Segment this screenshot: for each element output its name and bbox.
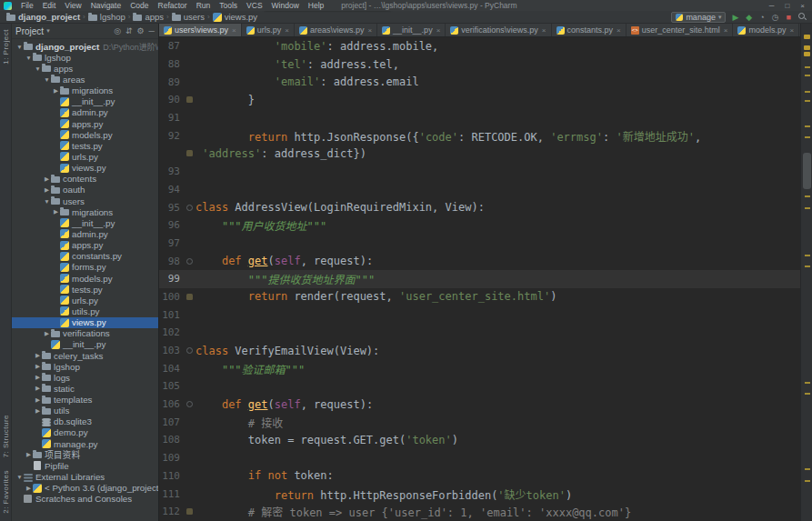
profiler-icon[interactable]: ◷ <box>772 13 779 22</box>
code-line-105[interactable]: 105 <box>159 377 800 396</box>
gutter-marker-icon[interactable] <box>184 150 195 156</box>
collapse-all-icon[interactable]: ⇵ <box>125 26 133 35</box>
tree-item-manage-py[interactable]: manage.py <box>12 438 158 449</box>
code-line-109[interactable]: 109 <box>159 449 800 467</box>
gutter-marker-icon[interactable] <box>184 96 195 103</box>
tree-item-admin-py[interactable]: admin.py <box>12 107 158 118</box>
tree-item-users[interactable]: ▼users <box>12 195 158 206</box>
tree-item-tests-py[interactable]: tests.py <box>12 140 158 151</box>
code-line-102[interactable]: 102 <box>159 324 800 342</box>
breadcrumb-item-users[interactable]: users <box>169 12 207 22</box>
chevron-down-icon[interactable]: ▾ <box>46 27 50 35</box>
menu-vcs[interactable]: VCS <box>242 1 266 10</box>
tab-verifications-views-py[interactable]: verifications\views.py× <box>446 24 551 36</box>
code-line-94[interactable]: 94 <box>159 181 800 199</box>
menu-code[interactable]: Code <box>125 1 153 10</box>
chevron-collapsed-icon[interactable]: ▶ <box>43 175 51 183</box>
tab-user-center-site-html[interactable]: <>user_center_site.html× <box>627 24 734 36</box>
tree-item-views-py[interactable]: views.py <box>12 163 158 174</box>
tree-item-Pipfile[interactable]: Pipfile <box>12 460 158 471</box>
minimize-icon[interactable]: ─ <box>769 2 775 10</box>
code-line-87[interactable]: 87 'mobile': address.mobile, <box>159 37 800 55</box>
scrollbar-thumb[interactable] <box>803 153 811 189</box>
code-line-93[interactable]: 93 <box>159 163 800 181</box>
maximize-icon[interactable]: □ <box>785 2 789 10</box>
chevron-collapsed-icon[interactable]: ▶ <box>34 396 42 404</box>
tab-areas-views-py[interactable]: areas\views.py× <box>295 24 377 36</box>
tree-item-apps-py[interactable]: apps.py <box>12 118 158 129</box>
chevron-expanded-icon[interactable]: ▼ <box>15 44 24 50</box>
toolwindow-structure-button[interactable]: 7: Structure <box>2 415 10 457</box>
hide-panel-icon[interactable]: ─ <box>149 26 155 35</box>
search-everywhere-icon[interactable] <box>798 13 807 21</box>
fold-marker-icon[interactable] <box>184 205 195 211</box>
code-line-108[interactable]: 108 token = request.GET.get('token') <box>159 431 800 449</box>
chevron-expanded-icon[interactable]: ▼ <box>34 65 42 72</box>
tree-item-areas[interactable]: ▼areas <box>12 74 158 85</box>
code-line-88[interactable]: 88 'tel': address.tel, <box>159 55 800 74</box>
code-line-112[interactable]: 112 # 解密 token => user {'user_id': 1, 'e… <box>159 503 800 521</box>
tab---init---py[interactable]: __init__.py× <box>377 24 446 36</box>
tree-item-forms-py[interactable]: forms.py <box>12 262 158 273</box>
code-line-wrap[interactable]: 'address': address_dict}) <box>159 145 800 163</box>
tree-item-verifications[interactable]: ▶verifications <box>12 328 158 339</box>
run-icon[interactable]: ▶ <box>732 13 738 22</box>
toolwindow-favorites-button[interactable]: 2: Favorites <box>2 470 10 514</box>
fold-marker-icon[interactable] <box>184 401 195 407</box>
stop-icon[interactable]: ■ <box>787 13 791 22</box>
run-configuration-select[interactable]: manage ▾ <box>671 12 726 23</box>
fold-marker-icon[interactable] <box>184 347 195 354</box>
tree-item-contents[interactable]: ▶contents <box>12 174 158 185</box>
code-line-98[interactable]: 98 def get(self, request): <box>159 252 800 270</box>
code-editor[interactable]: 87 'mobile': address.mobile,88 'tel': ad… <box>159 37 800 521</box>
close-icon[interactable]: × <box>800 2 805 10</box>
editor-scrollbar-stripe[interactable] <box>800 24 812 521</box>
menu-help[interactable]: Help <box>304 1 328 10</box>
tree-item-lgshop[interactable]: ▶lgshop <box>12 361 158 372</box>
tree-item-urls-py[interactable]: urls.py <box>12 295 158 306</box>
tree-item-External-Libraries[interactable]: ▼External Libraries <box>12 471 158 482</box>
tree-item-migrations[interactable]: ▶migrations <box>12 206 158 217</box>
tab-constants-py[interactable]: constants.py× <box>552 24 627 36</box>
chevron-collapsed-icon[interactable]: ▶ <box>34 363 42 370</box>
menu-refactor[interactable]: Refactor <box>154 1 192 10</box>
tree-item-lgshop[interactable]: ▼lgshop <box>12 52 158 63</box>
tree-item-tests-py[interactable]: tests.py <box>12 284 158 295</box>
breadcrumb-item-views-py[interactable]: views.py <box>210 12 260 22</box>
tree-item-views-py[interactable]: views.py <box>12 317 158 328</box>
code-line-90[interactable]: 90 } <box>159 91 800 109</box>
tab-models-py[interactable]: models.py× <box>733 24 799 36</box>
menu-tools[interactable]: Tools <box>215 1 242 10</box>
chevron-collapsed-icon[interactable]: ▶ <box>25 451 33 458</box>
chevron-collapsed-icon[interactable]: ▶ <box>34 374 42 381</box>
breadcrumb-item-apps[interactable]: apps <box>130 12 166 22</box>
tree-item-models-py[interactable]: models.py <box>12 273 158 284</box>
chevron-expanded-icon[interactable]: ▼ <box>25 55 33 61</box>
menu-run[interactable]: Run <box>192 1 216 10</box>
project-view-selector[interactable]: Project <box>15 26 44 36</box>
code-line-96[interactable]: 96 """用户收货地址""" <box>159 216 800 235</box>
chevron-collapsed-icon[interactable]: ▶ <box>52 87 60 95</box>
menu-view[interactable]: View <box>60 1 85 10</box>
gutter-marker-icon[interactable] <box>184 294 195 300</box>
breadcrumb-item-django-project[interactable]: django_project <box>4 12 83 22</box>
chevron-collapsed-icon[interactable]: ▶ <box>52 208 60 215</box>
code-line-110[interactable]: 110 if not token: <box>159 467 800 486</box>
code-line-104[interactable]: 104 """验证邮箱""" <box>159 359 800 377</box>
tab-close-icon[interactable]: × <box>285 26 289 35</box>
tree-item---init---py[interactable]: __init__.py <box>12 96 158 107</box>
code-line-99[interactable]: 99 """提供收货地址界面""" <box>159 270 800 288</box>
fold-marker-icon[interactable] <box>184 258 195 265</box>
code-line-97[interactable]: 97 <box>159 235 800 253</box>
menu-file[interactable]: File <box>16 1 38 10</box>
tree-item-utils[interactable]: ▶utils <box>12 406 158 416</box>
tree-item-apps[interactable]: ▼apps <box>12 63 158 74</box>
tab-close-icon[interactable]: × <box>724 26 728 35</box>
tree-item-celery-tasks[interactable]: ▶celery_tasks <box>12 350 158 361</box>
menu-edit[interactable]: Edit <box>38 1 61 10</box>
tab-close-icon[interactable]: × <box>367 26 372 35</box>
tree-item-oauth[interactable]: ▶oauth <box>12 185 158 195</box>
chevron-collapsed-icon[interactable]: ▶ <box>34 407 42 415</box>
tab-close-icon[interactable]: × <box>789 26 794 35</box>
tree-item---init---py[interactable]: __init__.py <box>12 339 158 350</box>
